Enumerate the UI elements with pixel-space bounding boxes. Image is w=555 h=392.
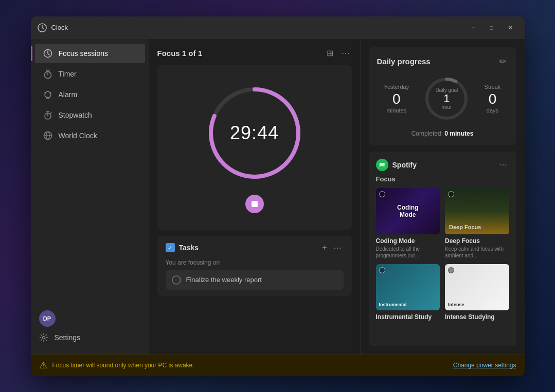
world-clock-icon bbox=[43, 131, 52, 140]
window-title: Clock bbox=[51, 24, 465, 31]
playlist-radio-instrumental bbox=[379, 267, 385, 273]
power-settings-link[interactable]: Change power settings bbox=[453, 362, 516, 369]
right-panel: Daily progress ✏ Yesterday 0 minutes bbox=[360, 39, 525, 354]
streak-label: Streak bbox=[485, 84, 501, 90]
spotify-card: Spotify ⋯ Focus CodingMode Coding Mode bbox=[369, 152, 516, 346]
timer-ring: 29:44 bbox=[203, 82, 306, 184]
focus-panel: Focus 1 of 1 ⊞ ⋯ 29:44 bbox=[149, 39, 360, 354]
sidebar-item-world-clock-label: World Clock bbox=[59, 132, 97, 140]
timer-container: 29:44 bbox=[157, 65, 352, 230]
focus-panel-header: Focus 1 of 1 ⊞ ⋯ bbox=[157, 47, 352, 59]
minimize-button[interactable]: − bbox=[465, 21, 481, 34]
svg-line-2 bbox=[42, 28, 44, 29]
focus-panel-controls: ⊞ ⋯ bbox=[325, 47, 352, 59]
tasks-actions: + ⋯ bbox=[320, 242, 343, 254]
user-avatar[interactable]: DP bbox=[39, 310, 56, 327]
playlist-thumb-instrumental: Instrumental bbox=[376, 264, 440, 310]
sidebar-bottom: DP Settings bbox=[31, 304, 149, 350]
tasks-panel: ✓ Tasks + ⋯ You are focusing on Finalize… bbox=[157, 236, 352, 296]
bottom-message: Focus timer will sound only when your PC… bbox=[52, 362, 448, 369]
playlist-item-intense[interactable]: Intense Intense Studying bbox=[445, 264, 509, 322]
spotify-focus-label: Focus bbox=[376, 175, 509, 183]
progress-card: Daily progress ✏ Yesterday 0 minutes bbox=[369, 47, 516, 145]
playlist-name-intense: Intense Studying bbox=[445, 313, 509, 321]
progress-title: Daily progress bbox=[377, 57, 431, 66]
completed-value: 0 minutes bbox=[444, 130, 473, 137]
tasks-title: Tasks bbox=[179, 244, 199, 252]
check-icon: ✓ bbox=[168, 245, 172, 251]
sidebar-item-stopwatch-label: Stopwatch bbox=[59, 111, 92, 119]
playlist-name-instrumental: Instrumental Study bbox=[376, 313, 440, 321]
tasks-header: ✓ Tasks + ⋯ bbox=[166, 242, 344, 254]
sidebar: Focus sessions Timer bbox=[31, 39, 149, 354]
task-item[interactable]: Finalize the weekly report bbox=[166, 270, 344, 290]
tasks-icon: ✓ bbox=[166, 243, 175, 252]
goal-ring: Daily goal 1 hour bbox=[423, 76, 470, 122]
edit-progress-button[interactable]: ✏ bbox=[497, 55, 508, 67]
playlist-desc-coding: Dedicated to all the programmers out... bbox=[376, 246, 440, 259]
focus-on-label: You are focusing on bbox=[166, 259, 344, 266]
titlebar: Clock − □ ✕ bbox=[31, 16, 525, 39]
playlist-name-coding: Coding Mode bbox=[376, 237, 440, 245]
playlist-thumb-deep: Deep Focus bbox=[445, 188, 509, 234]
yesterday-value: 0 bbox=[384, 92, 409, 106]
playlist-name-deep: Deep Focus bbox=[445, 237, 509, 245]
close-button[interactable]: ✕ bbox=[502, 21, 518, 34]
sidebar-item-timer-label: Timer bbox=[59, 70, 77, 78]
maximize-button[interactable]: □ bbox=[484, 21, 500, 34]
sidebar-item-focus-sessions[interactable]: Focus sessions bbox=[35, 44, 145, 63]
settings-label: Settings bbox=[55, 333, 81, 342]
playlist-radio-deep bbox=[448, 191, 454, 197]
tasks-title-area: ✓ Tasks bbox=[166, 243, 199, 252]
expand-button[interactable]: ⊞ bbox=[325, 47, 335, 59]
app-icon bbox=[37, 23, 47, 33]
task-text: Finalize the weekly report bbox=[186, 276, 262, 284]
sidebar-item-stopwatch[interactable]: Stopwatch bbox=[35, 105, 145, 125]
playlist-thumb-intense: Intense bbox=[445, 264, 509, 310]
playlist-item-coding[interactable]: CodingMode Coding Mode Dedicated to all … bbox=[376, 188, 440, 259]
stop-icon bbox=[252, 201, 258, 207]
progress-header: Daily progress ✏ bbox=[377, 55, 508, 67]
more-button[interactable]: ⋯ bbox=[339, 47, 352, 59]
content-area: Focus sessions Timer bbox=[31, 39, 525, 354]
svg-line-11 bbox=[50, 113, 51, 114]
spotify-brand: Spotify bbox=[376, 159, 417, 171]
bottom-bar: ⚠ Focus timer will sound only when your … bbox=[31, 354, 525, 376]
stopwatch-icon bbox=[43, 110, 52, 120]
stop-button[interactable] bbox=[245, 195, 264, 213]
goal-value: 1 bbox=[435, 93, 458, 104]
warning-icon: ⚠ bbox=[39, 360, 47, 371]
coding-overlay-text: CodingMode bbox=[397, 204, 418, 218]
sidebar-item-focus-sessions-label: Focus sessions bbox=[59, 49, 108, 58]
timer-display: 29:44 bbox=[230, 122, 279, 144]
alarm-icon bbox=[43, 90, 52, 99]
playlist-item-instrumental[interactable]: Instrumental Instrumental Study bbox=[376, 264, 440, 322]
playlist-radio-intense bbox=[448, 267, 454, 273]
yesterday-stat: Yesterday 0 minutes bbox=[384, 84, 409, 114]
sidebar-item-settings[interactable]: Settings bbox=[35, 329, 145, 346]
tasks-more-button[interactable]: ⋯ bbox=[331, 242, 344, 254]
sidebar-item-alarm-label: Alarm bbox=[59, 90, 78, 99]
task-radio[interactable] bbox=[172, 275, 181, 285]
streak-value: 0 bbox=[485, 92, 501, 106]
playlist-thumb-coding: CodingMode bbox=[376, 188, 440, 234]
goal-unit: hour bbox=[435, 104, 458, 110]
sidebar-item-alarm[interactable]: Alarm bbox=[35, 85, 145, 104]
yesterday-label: Yesterday bbox=[384, 84, 409, 90]
streak-stat: Streak 0 days bbox=[485, 84, 501, 114]
goal-text: Daily goal 1 hour bbox=[435, 87, 458, 110]
focus-title: Focus 1 of 1 bbox=[157, 49, 203, 58]
add-task-button[interactable]: + bbox=[320, 242, 329, 254]
sidebar-item-world-clock[interactable]: World Clock bbox=[35, 126, 145, 145]
sidebar-item-timer[interactable]: Timer bbox=[35, 64, 145, 84]
settings-icon bbox=[39, 333, 48, 342]
spotify-more-button[interactable]: ⋯ bbox=[497, 159, 509, 171]
playlist-item-deep[interactable]: Deep Focus Deep Focus Keep calm and focu… bbox=[445, 188, 509, 259]
timer-icon bbox=[43, 69, 52, 79]
svg-point-15 bbox=[42, 336, 45, 339]
completed-prefix: Completed: bbox=[411, 130, 445, 137]
svg-rect-4 bbox=[46, 70, 49, 71]
playlist-radio-coding bbox=[379, 191, 385, 197]
spotify-header: Spotify ⋯ bbox=[376, 159, 509, 171]
spotify-logo bbox=[376, 159, 388, 171]
